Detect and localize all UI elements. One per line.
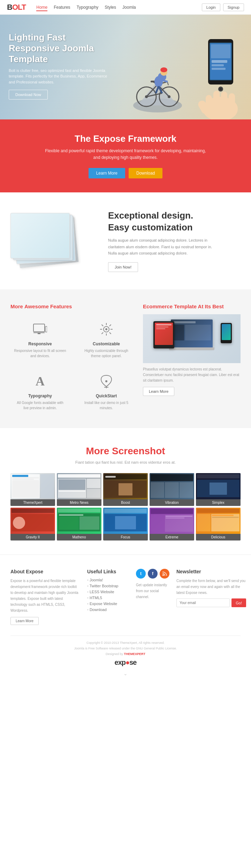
stack-card-4	[10, 213, 70, 258]
expose-learn-button[interactable]: Learn More	[89, 168, 125, 178]
hero-cta-button[interactable]: Download Now	[9, 90, 48, 100]
features-left-col: More Awesome Features Responsive Respons…	[10, 303, 136, 414]
phone-hand-figure	[193, 32, 248, 119]
screenshots-grid: ThemeXpert	[10, 473, 241, 540]
screenshot-thumb-7	[57, 508, 101, 534]
newsletter-input[interactable]	[176, 598, 230, 607]
twitter-icon[interactable]: t	[136, 569, 146, 579]
quickstart-icon	[98, 373, 115, 390]
footer-links-title: Useful Links	[87, 569, 129, 574]
hero-content: Lighting Fast Responsive Joomla Template…	[9, 32, 113, 100]
mock-laptop-base	[169, 347, 214, 350]
signup-button[interactable]: Signup	[223, 3, 244, 11]
ecommerce-heading: Ecommerce Template At Its Best	[143, 303, 241, 309]
svg-rect-33	[212, 68, 226, 70]
login-button[interactable]: Login	[202, 3, 220, 11]
customizable-icon	[98, 321, 115, 338]
screenshot-thumb-3	[103, 473, 148, 499]
expose-logo-text: exp●se	[115, 659, 137, 667]
screenshot-metronews[interactable]: Metro News	[57, 473, 101, 506]
logo-bolt-red: OLT	[12, 3, 26, 12]
screenshots-heading: More Screenshot	[10, 446, 241, 457]
svg-rect-25	[229, 93, 235, 114]
footer-links-list: Joomla! Twitter Bootstrap LESS Website H…	[87, 578, 129, 612]
feature-quickstart-title: QuickStart	[80, 393, 132, 398]
screenshot-caption-5: Simplex	[196, 499, 241, 506]
feature-quickstart: QuickStart Install like our demo in just…	[77, 369, 136, 414]
svg-point-51	[105, 380, 107, 382]
cyclist-figure	[131, 39, 185, 112]
footer: About Expose Expose is a powerful and fl…	[0, 554, 251, 683]
svg-rect-24	[221, 91, 227, 114]
screenshot-caption-10: Delicious	[196, 534, 241, 540]
expose-heading: The Expose Framework	[10, 133, 241, 144]
screenshot-thumb-1	[10, 473, 55, 499]
newsletter-submit-button[interactable]: Go!	[231, 598, 246, 607]
facebook-icon[interactable]: f	[148, 569, 158, 579]
footer-links-col: Useful Links Joomla! Twitter Bootstrap L…	[87, 569, 129, 625]
nav-item-styles[interactable]: Styles	[105, 5, 116, 10]
svg-point-41	[105, 328, 107, 330]
feature-responsive-desc: Responsive layout to fit all screen and …	[14, 348, 66, 359]
join-now-button[interactable]: Join Now!	[108, 262, 138, 272]
social-icons: t f	[136, 569, 169, 579]
screenshot-focus[interactable]: Focus	[103, 508, 148, 540]
expose-heading-pre: The	[75, 133, 91, 144]
screenshot-thumb-2	[57, 473, 101, 499]
nav-item-home[interactable]: Home	[36, 5, 47, 10]
footer-link-expose[interactable]: Expose Website	[87, 602, 129, 606]
footer-link-download[interactable]: Download	[87, 608, 129, 612]
svg-point-15	[154, 76, 163, 87]
feature-responsive-title: Responsive	[14, 341, 66, 346]
svg-line-48	[109, 325, 111, 326]
footer-link-less[interactable]: LESS Website	[87, 590, 129, 594]
logo-bolt-b: B	[7, 3, 12, 12]
exceptional-section: Exceptional design. Easy customization N…	[0, 192, 251, 289]
typography-icon: A	[31, 373, 49, 390]
svg-rect-32	[212, 64, 224, 66]
hero-subtitle: Bolt is clutter free, seo optimized fast…	[9, 68, 113, 85]
ecommerce-learn-button[interactable]: Learn More	[143, 387, 174, 396]
features-section: More Awesome Features Responsive Respons…	[0, 289, 251, 428]
screenshot-thumb-10	[196, 508, 241, 534]
screenshot-vibration[interactable]: Vibration	[150, 473, 194, 506]
screenshot-themexpert[interactable]: ThemeXpert	[10, 473, 55, 506]
rss-icon[interactable]	[160, 569, 169, 579]
feature-customizable-title: Customizable	[80, 341, 132, 346]
nav-item-typography[interactable]: Typography	[77, 5, 99, 10]
footer-link-joomla[interactable]: Joomla!	[87, 578, 129, 582]
expose-buttons: Learn More Download	[10, 168, 241, 178]
svg-rect-36	[33, 324, 45, 332]
expose-footer-logo: exp●se	[10, 659, 241, 667]
footer-link-html5[interactable]: HTML5	[87, 596, 129, 600]
screenshot-gravity[interactable]: Gravity II	[10, 508, 55, 540]
nav-item-features[interactable]: Features	[54, 5, 70, 10]
site-logo[interactable]: BOLT	[7, 3, 26, 12]
hero-section: Lighting Fast Responsive Joomla Template…	[0, 15, 251, 119]
screenshot-matheno[interactable]: Matheno	[57, 508, 101, 540]
feature-typography-title: Typography	[14, 393, 66, 398]
footer-social-col: t f Get update instantly from our social…	[136, 569, 169, 625]
footer-newsletter-col: Newsletter Complete the form below, and …	[176, 569, 246, 625]
svg-line-49	[102, 332, 104, 334]
screenshot-boost[interactable]: Boost	[103, 473, 148, 506]
footer-learn-more-button[interactable]: Learn More	[10, 617, 39, 625]
screenshot-simplex[interactable]: Simplex	[196, 473, 241, 506]
feature-customizable: Customizable Highly customizable through…	[77, 317, 136, 362]
svg-rect-31	[212, 60, 227, 63]
footer-license: Joomla is Free Software released under t…	[10, 647, 241, 650]
hero-title: Lighting Fast Responsive Joomla Template	[9, 32, 113, 65]
navbar: BOLT Home Features Typography Styles Joo…	[0, 0, 251, 15]
screenshot-extreme[interactable]: Extreme	[150, 508, 194, 540]
nav-item-joomla[interactable]: Joomla	[122, 5, 136, 10]
exceptional-description: Nulla augue alum consequat adipiscing do…	[108, 237, 213, 257]
screenshot-delicious[interactable]: Delicious	[196, 508, 241, 540]
screenshots-subtitle: Fiant tation qui fiant lius nisl. Est na…	[10, 460, 241, 464]
footer-link-bootstrap[interactable]: Twitter Bootstrap	[87, 584, 129, 588]
newsletter-form: Go!	[176, 598, 246, 607]
expose-section: The Expose Framework Flexible and powerf…	[0, 119, 251, 192]
svg-line-46	[102, 325, 104, 326]
feature-customizable-desc: Highly customizable through theme option…	[80, 348, 132, 359]
screenshot-caption-6: Gravity II	[10, 534, 55, 540]
expose-download-button[interactable]: Download	[129, 168, 162, 178]
